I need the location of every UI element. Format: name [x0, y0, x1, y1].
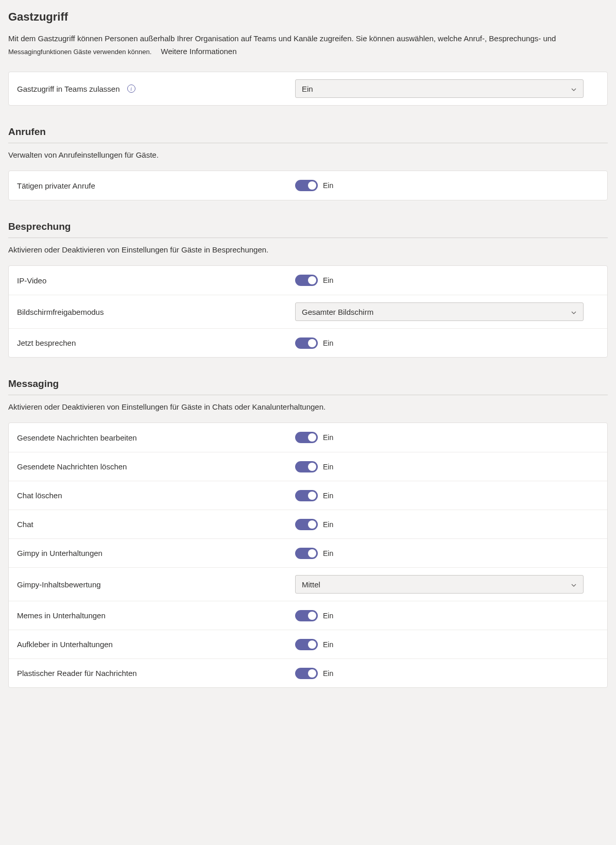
- table-row: Memes in Unterhaltungen Ein: [9, 601, 607, 630]
- page-title: Gastzugriff: [8, 10, 608, 24]
- gimpy-rating-select-value: Mittel: [302, 580, 320, 589]
- gimpy-conversations-control: Ein: [295, 548, 599, 559]
- screen-share-select-value: Gesamter Bildschirm: [302, 308, 373, 316]
- delete-sent-toggle[interactable]: [295, 461, 318, 472]
- edit-sent-toggle[interactable]: [295, 432, 318, 443]
- edit-sent-label: Gesendete Nachrichten bearbeiten: [17, 433, 295, 442]
- meeting-desc: Aktivieren oder Deaktivieren von Einstel…: [8, 245, 608, 254]
- delete-chat-toggle[interactable]: [295, 490, 318, 501]
- stickers-label: Aufkleber in Unterhaltungen: [17, 640, 295, 649]
- chat-label: Chat: [17, 520, 295, 529]
- delete-chat-control: Ein: [295, 490, 599, 501]
- private-calls-toggle[interactable]: [295, 180, 318, 191]
- meeting-card: IP-Video Ein Bildschirmfreigabemodus Ges…: [8, 265, 608, 358]
- private-calls-label: Tätigen privater Anrufe: [17, 181, 295, 190]
- page-description: Mit dem Gastzugriff können Personen auße…: [8, 33, 608, 57]
- gimpy-conversations-toggle-label: Ein: [323, 549, 333, 557]
- info-icon[interactable]: i: [127, 84, 135, 93]
- edit-sent-control: Ein: [295, 432, 599, 443]
- delete-sent-control: Ein: [295, 461, 599, 472]
- ip-video-control: Ein: [295, 275, 599, 286]
- ip-video-toggle[interactable]: [295, 275, 318, 286]
- chevron-down-icon: [571, 86, 577, 92]
- page-description-line2: Messagingfunktionen Gäste verwenden könn…: [8, 47, 151, 57]
- delete-sent-toggle-label: Ein: [323, 463, 333, 471]
- table-row: Jetzt besprechen Ein: [9, 328, 607, 357]
- meet-now-toggle-label: Ein: [323, 339, 333, 347]
- gimpy-rating-label: Gimpy-Inhaltsbewertung: [17, 580, 295, 589]
- delete-sent-label: Gesendete Nachrichten löschen: [17, 462, 295, 471]
- guest-access-label: Gastzugriff in Teams zulassen: [17, 84, 120, 93]
- page-description-line2-wrap: Messagingfunktionen Gäste verwenden könn…: [8, 46, 608, 58]
- table-row: Gimpy-Inhaltsbewertung Mittel: [9, 567, 607, 601]
- meet-now-toggle[interactable]: [295, 337, 318, 349]
- edit-sent-toggle-label: Ein: [323, 433, 333, 442]
- chevron-down-icon: [571, 581, 577, 587]
- table-row: Tätigen privater Anrufe Ein: [9, 171, 607, 200]
- guest-access-select[interactable]: Ein: [295, 79, 584, 98]
- delete-chat-toggle-label: Ein: [323, 492, 333, 500]
- memes-toggle-label: Ein: [323, 612, 333, 620]
- chat-toggle-label: Ein: [323, 520, 333, 529]
- ip-video-label: IP-Video: [17, 276, 295, 285]
- ip-video-toggle-label: Ein: [323, 276, 333, 284]
- stickers-toggle[interactable]: [295, 639, 318, 650]
- table-row: Plastischer Reader für Nachrichten Ein: [9, 658, 607, 687]
- messaging-section: Messaging Aktivieren oder Deaktivieren v…: [8, 378, 608, 688]
- calling-title: Anrufen: [8, 126, 608, 143]
- chat-toggle[interactable]: [295, 519, 318, 530]
- guest-access-label-wrap: Gastzugriff in Teams zulassen i: [17, 84, 295, 93]
- table-row: Aufkleber in Unterhaltungen Ein: [9, 630, 607, 658]
- gimpy-rating-control: Mittel: [295, 575, 599, 594]
- memes-control: Ein: [295, 610, 599, 621]
- gimpy-rating-select[interactable]: Mittel: [295, 575, 584, 594]
- screen-share-label: Bildschirmfreigabemodus: [17, 308, 295, 316]
- stickers-control: Ein: [295, 639, 599, 650]
- chevron-down-icon: [571, 309, 577, 315]
- more-info-link[interactable]: Weitere Informationen: [161, 46, 236, 58]
- screen-share-select[interactable]: Gesamter Bildschirm: [295, 302, 584, 321]
- immersive-reader-toggle[interactable]: [295, 668, 318, 679]
- gimpy-conversations-label: Gimpy in Unterhaltungen: [17, 549, 295, 557]
- table-row: Gimpy in Unterhaltungen Ein: [9, 538, 607, 567]
- meeting-section: Besprechung Aktivieren oder Deaktivieren…: [8, 221, 608, 358]
- chat-control: Ein: [295, 519, 599, 530]
- calling-desc: Verwalten von Anrufeinstellungen für Gäs…: [8, 150, 608, 159]
- table-row: Chat löschen Ein: [9, 481, 607, 510]
- messaging-desc: Aktivieren oder Deaktivieren von Einstel…: [8, 402, 608, 411]
- table-row: Gesendete Nachrichten löschen Ein: [9, 452, 607, 481]
- stickers-toggle-label: Ein: [323, 640, 333, 649]
- immersive-reader-label: Plastischer Reader für Nachrichten: [17, 669, 295, 678]
- table-row: IP-Video Ein: [9, 266, 607, 295]
- meeting-title: Besprechung: [8, 221, 608, 238]
- calling-section: Anrufen Verwalten von Anrufeinstellungen…: [8, 126, 608, 200]
- messaging-card: Gesendete Nachrichten bearbeiten Ein Ges…: [8, 422, 608, 688]
- table-row: Chat Ein: [9, 510, 607, 538]
- meet-now-label: Jetzt besprechen: [17, 339, 295, 347]
- guest-access-card: Gastzugriff in Teams zulassen i Ein: [8, 72, 608, 106]
- delete-chat-label: Chat löschen: [17, 491, 295, 500]
- immersive-reader-control: Ein: [295, 668, 599, 679]
- guest-access-select-value: Ein: [302, 84, 313, 93]
- private-calls-toggle-label: Ein: [323, 181, 333, 190]
- guest-access-control: Ein: [295, 79, 599, 98]
- immersive-reader-toggle-label: Ein: [323, 669, 333, 678]
- screen-share-control: Gesamter Bildschirm: [295, 302, 599, 321]
- calling-card: Tätigen privater Anrufe Ein: [8, 171, 608, 200]
- messaging-title: Messaging: [8, 378, 608, 395]
- page-description-line1: Mit dem Gastzugriff können Personen auße…: [8, 33, 608, 45]
- private-calls-control: Ein: [295, 180, 599, 191]
- memes-label: Memes in Unterhaltungen: [17, 611, 295, 620]
- guest-access-row: Gastzugriff in Teams zulassen i Ein: [9, 72, 607, 105]
- table-row: Bildschirmfreigabemodus Gesamter Bildsch…: [9, 295, 607, 328]
- page-header: Gastzugriff Mit dem Gastzugriff können P…: [8, 10, 608, 57]
- memes-toggle[interactable]: [295, 610, 318, 621]
- meet-now-control: Ein: [295, 337, 599, 349]
- gimpy-conversations-toggle[interactable]: [295, 548, 318, 559]
- table-row: Gesendete Nachrichten bearbeiten Ein: [9, 423, 607, 452]
